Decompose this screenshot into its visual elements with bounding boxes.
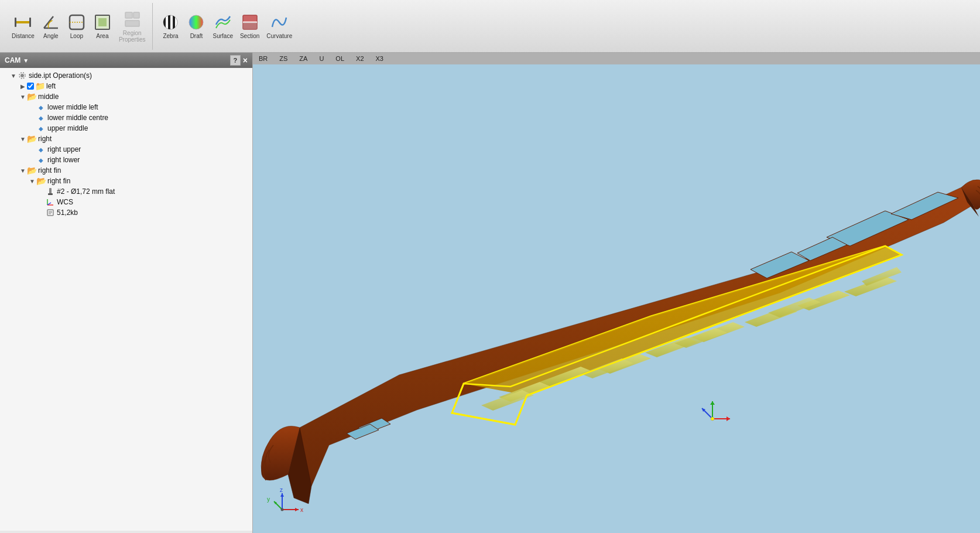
svg-marker-60 (710, 401, 715, 405)
angle-button[interactable]: Angle (39, 12, 63, 40)
cam-header: CAM ▼ ? × (0, 53, 252, 68)
analysis-group: Zebra Draft (154, 3, 299, 50)
tree-item-right[interactable]: ▼ 📂 right (0, 134, 252, 144)
svg-text:z: z (280, 487, 283, 493)
cam-dropdown-icon[interactable]: ▼ (23, 57, 29, 64)
vp-tab-X3[interactable]: X3 (372, 55, 387, 62)
vp-tab-OL[interactable]: OL (332, 55, 348, 62)
angle-label: Angle (43, 33, 59, 39)
root-label: side.ipt Operation(s) (27, 71, 92, 80)
svg-rect-2 (29, 18, 31, 27)
svg-rect-24 (48, 193, 53, 195)
tree-item-right-upper[interactable]: ▶ ◆ right upper (0, 144, 252, 155)
surface-button[interactable]: Surface (210, 12, 235, 40)
draft-button[interactable]: Draft (184, 12, 208, 40)
left-checkbox[interactable] (27, 83, 34, 90)
rfo-expand-icon[interactable]: ▼ (19, 166, 27, 175)
cam-panel: CAM ▼ ? × ▼ side.ipt Operation(s) ▶ 📁 le… (0, 53, 253, 533)
cam-title-label: CAM (5, 56, 20, 64)
middle-expand-icon[interactable]: ▼ (19, 93, 27, 101)
svg-rect-11 (125, 20, 139, 26)
size-icon (46, 208, 55, 217)
root-gear-icon (18, 71, 27, 80)
surface-label: Surface (213, 33, 232, 39)
vp-tab-ZA[interactable]: ZA (296, 55, 311, 62)
rl-label: right lower (46, 156, 80, 164)
tree-item-lower-middle-centre[interactable]: ▶ ◆ lower middle centre (0, 112, 252, 123)
section-button[interactable]: Section (238, 12, 262, 40)
cam-tree: ▼ side.ipt Operation(s) ▶ 📁 left ▼ 📂 mid… (0, 68, 252, 531)
tree-item-right-fin-inner[interactable]: ▼ 📂 right fin (0, 176, 252, 186)
tree-item-right-lower[interactable]: ▶ ◆ right lower (0, 155, 252, 165)
svg-rect-1 (15, 18, 16, 27)
zebra-button[interactable]: Zebra (159, 12, 182, 40)
vp-tab-X2[interactable]: X2 (352, 55, 367, 62)
left-expand-icon[interactable]: ▶ (19, 82, 27, 90)
wcs-icon (46, 197, 55, 207)
right-folder-icon: 📂 (27, 134, 36, 144)
middle-label: middle (36, 93, 59, 101)
rfo-label: right fin (36, 166, 61, 175)
region-properties-label: RegionProperties (119, 30, 146, 43)
distance-label: Distance (12, 33, 35, 39)
right-label: right (36, 135, 52, 143)
lmc-label: lower middle centre (46, 114, 108, 122)
root-expand-icon[interactable]: ▼ (9, 71, 18, 80)
left-label: left (44, 82, 56, 90)
measure-group: Distance Angle (5, 3, 153, 50)
rfi-label: right fin (46, 177, 70, 185)
tool-icon (46, 187, 55, 196)
right-expand-icon[interactable]: ▼ (19, 135, 27, 143)
middle-folder-icon: 📂 (27, 92, 36, 101)
loop-label: Loop (70, 33, 83, 39)
cam-help-button[interactable]: ? (230, 55, 241, 66)
area-button[interactable]: Area (91, 12, 114, 40)
loop-button[interactable]: Loop (65, 12, 88, 40)
ru-label: right upper (46, 145, 81, 153)
svg-rect-20 (243, 22, 257, 29)
ru-icon: ◆ (36, 145, 46, 154)
tree-item-size[interactable]: ▶ 51,2kb (0, 207, 252, 218)
section-label: Section (240, 33, 259, 39)
svg-rect-8 (98, 18, 107, 26)
svg-text:y: y (267, 496, 270, 503)
tree-item-wcs[interactable]: ▶ WCS (0, 197, 252, 207)
curvature-button[interactable]: Curvature (264, 12, 294, 40)
size-label: 51,2kb (55, 209, 78, 217)
viewport: BR ZS ZA U OL X2 X3 (253, 53, 980, 533)
svg-rect-0 (15, 21, 31, 23)
selected-region (452, 246, 902, 425)
svg-marker-51 (481, 390, 534, 411)
svg-marker-42 (464, 246, 902, 395)
tree-item-tool[interactable]: ▶ #2 - Ø1,72 mm flat (0, 186, 252, 197)
rfi-folder-icon: 📂 (36, 176, 46, 186)
lml-label: lower middle left (46, 103, 98, 111)
region-properties-button: RegionProperties (116, 9, 148, 44)
svg-marker-71 (280, 493, 284, 497)
curvature-label: Curvature (266, 33, 292, 39)
tool-label: #2 - Ø1,72 mm flat (55, 187, 115, 196)
svg-point-63 (711, 417, 714, 421)
vp-tab-ZS[interactable]: ZS (276, 55, 291, 62)
area-label: Area (96, 33, 108, 39)
rfi-expand-icon[interactable]: ▼ (28, 177, 36, 185)
model-viewport-svg: x y z (253, 64, 980, 533)
tree-item-right-fin-outer[interactable]: ▼ 📂 right fin (0, 165, 252, 176)
svg-text:x: x (300, 507, 303, 513)
vp-tab-U[interactable]: U (316, 55, 327, 62)
svg-rect-16 (173, 15, 175, 29)
axis-indicator (702, 401, 730, 421)
viewport-tab-bar: BR ZS ZA U OL X2 X3 (253, 53, 980, 64)
vp-tab-BR[interactable]: BR (255, 55, 271, 62)
cam-close-button[interactable]: × (243, 56, 248, 64)
toolbar: Distance Angle (0, 0, 980, 53)
tree-item-middle[interactable]: ▼ 📂 middle (0, 91, 252, 102)
um-icon: ◆ (36, 124, 46, 133)
svg-point-73 (281, 508, 284, 511)
um-label: upper middle (46, 124, 88, 132)
tree-item-left[interactable]: ▶ 📁 left (0, 81, 252, 91)
tree-item-lower-middle-left[interactable]: ▶ ◆ lower middle left (0, 102, 252, 112)
tree-root[interactable]: ▼ side.ipt Operation(s) (0, 70, 252, 81)
tree-item-upper-middle[interactable]: ▶ ◆ upper middle (0, 123, 252, 134)
distance-button[interactable]: Distance (9, 12, 37, 40)
